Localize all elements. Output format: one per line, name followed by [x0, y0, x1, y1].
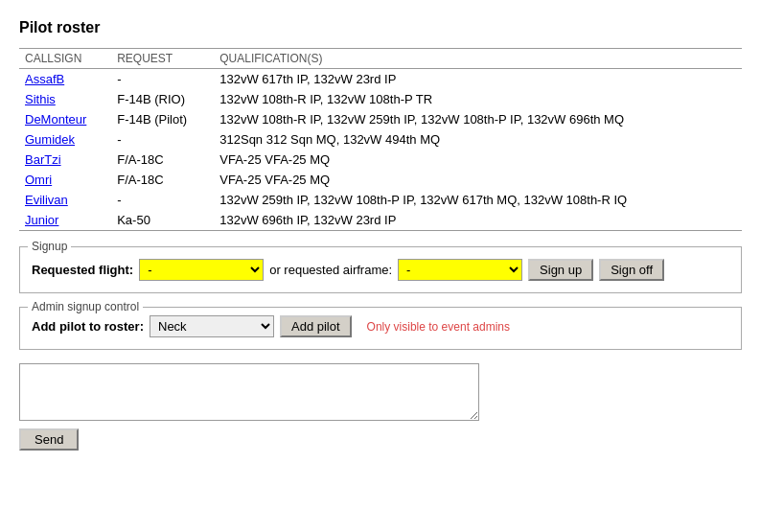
cell-qualifications: 132vW 617th IP, 132vW 23rd IP — [214, 69, 742, 90]
add-pilot-button[interactable]: Add pilot — [280, 315, 352, 337]
cell-callsign: Gumidek — [19, 129, 111, 150]
table-row: OmriF/A-18CVFA-25 VFA-25 MQ — [19, 170, 742, 190]
page-title: Pilot roster — [19, 19, 742, 36]
add-pilot-label: Add pilot to roster: — [32, 319, 144, 334]
cell-qualifications: 132vW 259th IP, 132vW 108th-P IP, 132vW … — [214, 190, 742, 210]
cell-callsign: DeMonteur — [19, 109, 111, 129]
cell-request: F/A-18C — [111, 170, 214, 190]
cell-request: - — [111, 190, 214, 210]
table-row: JuniorKa-50132vW 696th IP, 132vW 23rd IP — [19, 210, 742, 231]
admin-legend: Admin signup control — [28, 300, 143, 313]
col-qualifications: QUALIFICATION(S) — [214, 49, 742, 69]
table-row: DeMonteurF-14B (Pilot)132vW 108th-R IP, … — [19, 109, 742, 129]
callsign-link[interactable]: Junior — [25, 213, 58, 227]
table-row: Evilivan-132vW 259th IP, 132vW 108th-P I… — [19, 190, 742, 210]
cell-qualifications: VFA-25 VFA-25 MQ — [214, 170, 742, 190]
callsign-link[interactable]: Omri — [25, 173, 52, 187]
signup-section: Signup Requested flight: - or requested … — [19, 246, 742, 293]
signup-legend: Signup — [28, 240, 71, 253]
cell-callsign: Evilivan — [19, 190, 111, 210]
cell-callsign: AssafB — [19, 69, 111, 90]
cell-qualifications: 312Sqn 312 Sqn MQ, 132vW 494th MQ — [214, 129, 742, 150]
table-row: SithisF-14B (RIO)132vW 108th-R IP, 132vW… — [19, 89, 742, 109]
airframe-select[interactable]: - — [398, 259, 522, 281]
comment-section: Send — [19, 363, 742, 451]
callsign-link[interactable]: Sithis — [25, 92, 56, 106]
table-row: Gumidek-312Sqn 312 Sqn MQ, 132vW 494th M… — [19, 129, 742, 150]
admin-section: Admin signup control Add pilot to roster… — [19, 307, 742, 350]
col-callsign: CALLSIGN — [19, 49, 111, 69]
flight-select[interactable]: - — [139, 259, 264, 281]
cell-qualifications: VFA-25 VFA-25 MQ — [214, 150, 742, 170]
signup-button[interactable]: Sign up — [528, 259, 593, 281]
cell-qualifications: 132vW 108th-R IP, 132vW 108th-P TR — [214, 89, 742, 109]
pilot-select[interactable]: Neck — [150, 315, 274, 337]
requested-flight-label: Requested flight: — [32, 263, 133, 277]
cell-request: F-14B (RIO) — [111, 89, 214, 109]
cell-callsign: BarTzi — [19, 150, 111, 170]
cell-request: Ka-50 — [111, 210, 214, 231]
cell-qualifications: 132vW 696th IP, 132vW 23rd IP — [214, 210, 742, 231]
admin-note: Only visible to event admins — [367, 320, 510, 334]
cell-qualifications: 132vW 108th-R IP, 132vW 259th IP, 132vW … — [214, 109, 742, 129]
cell-request: - — [111, 129, 214, 150]
cell-callsign: Omri — [19, 170, 111, 190]
cell-request: - — [111, 69, 214, 90]
or-text: or requested airframe: — [269, 263, 392, 277]
table-row: BarTziF/A-18CVFA-25 VFA-25 MQ — [19, 150, 742, 170]
cell-request: F-14B (Pilot) — [111, 109, 214, 129]
col-request: REQUEST — [111, 49, 214, 69]
table-row: AssafB-132vW 617th IP, 132vW 23rd IP — [19, 69, 742, 90]
cell-callsign: Sithis — [19, 89, 111, 109]
cell-request: F/A-18C — [111, 150, 214, 170]
callsign-link[interactable]: Gumidek — [25, 132, 75, 147]
comment-textarea[interactable] — [19, 363, 479, 421]
callsign-link[interactable]: Evilivan — [25, 193, 68, 207]
callsign-link[interactable]: DeMonteur — [25, 112, 86, 127]
callsign-link[interactable]: AssafB — [25, 72, 64, 86]
signoff-button[interactable]: Sign off — [599, 259, 664, 281]
send-button[interactable]: Send — [19, 428, 79, 451]
callsign-link[interactable]: BarTzi — [25, 152, 61, 167]
pilot-roster-table: CALLSIGN REQUEST QUALIFICATION(S) AssafB… — [19, 48, 742, 231]
cell-callsign: Junior — [19, 210, 111, 231]
